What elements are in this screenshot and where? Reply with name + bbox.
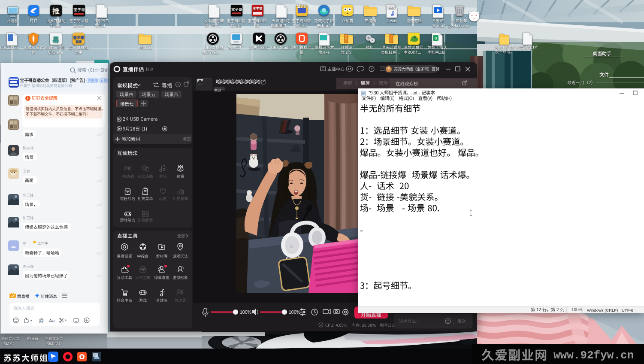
svg-text:Aa: Aa bbox=[49, 318, 55, 323]
svg-text:@: @ bbox=[39, 318, 44, 323]
